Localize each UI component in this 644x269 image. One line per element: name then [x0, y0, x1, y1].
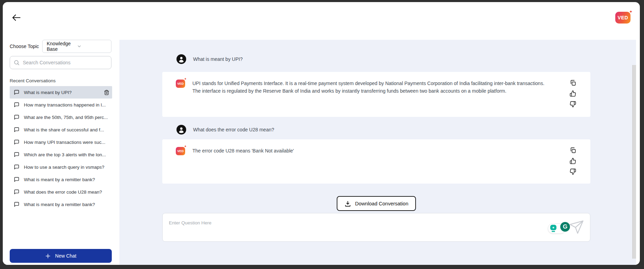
chat-bubble-icon: [14, 202, 19, 207]
chat-bubble-icon: [14, 114, 19, 120]
lightbulb-icon[interactable]: ✦: [550, 225, 557, 232]
bot-message-card: VED ✦ The error code U28 means 'Bank Not…: [162, 139, 590, 184]
conversation-label: What is meant by a remitter bank?: [24, 202, 109, 207]
sparkle-icon: ✦: [184, 145, 187, 148]
conversation-label: How many transactions happened in l...: [24, 102, 109, 108]
message-actions: [569, 146, 577, 175]
bot-message-text: The error code U28 means 'Bank Not avail…: [192, 147, 294, 155]
input-widgets: ✦ G: [548, 219, 588, 238]
conversation-label: How to use a search query in vsmaps?: [24, 165, 109, 170]
app-window: VED ✦ Choose Topic Knowledge Base: [3, 2, 640, 265]
thumbs-up-button[interactable]: [569, 90, 577, 97]
conversation-label: What is meant by a remitter bank?: [24, 177, 109, 182]
conversation-list-item[interactable]: What is meant by UPI?: [10, 86, 112, 99]
ved-logo-text: VED: [618, 15, 628, 20]
conversation-list-item[interactable]: Which are the top 3 alerts with the lon.…: [10, 148, 112, 161]
question-input-box: ✦ G: [162, 213, 590, 242]
conversation-list-item[interactable]: What does the error code U28 mean?: [10, 186, 112, 198]
chat-bubble-icon: [14, 152, 19, 157]
choose-topic-label: Choose Topic: [10, 44, 39, 49]
ved-logo-badge: VED: [615, 12, 631, 24]
conversation-label: What is the share of successful and f...: [24, 127, 109, 132]
chat-bubble-icon: [14, 102, 19, 108]
user-message-text: What is meant by UPI?: [193, 56, 243, 62]
conversation-label: What are the 50th, 75th, and 95th perc..…: [24, 115, 109, 120]
sparkle-icon: ✦: [629, 9, 633, 14]
user-message-row: What is meant by UPI?: [162, 54, 590, 64]
chat-panel: What is meant by UPI? VED ✦ UPI stands f…: [119, 40, 636, 265]
chat-thread: What is meant by UPI? VED ✦ UPI stands f…: [162, 40, 590, 242]
copy-button[interactable]: [569, 146, 577, 154]
thumbs-down-icon: [570, 168, 576, 175]
chat-bubble-icon: [14, 164, 19, 170]
chevron-down-icon: [77, 44, 107, 49]
plus-icon: [45, 253, 51, 259]
conversation-label: How many UPI transactions were suc...: [24, 140, 109, 145]
search-conversations-box: [10, 56, 111, 69]
download-conversation-label: Download Conversation: [355, 201, 408, 206]
bot-avatar-text: VED: [177, 82, 184, 85]
desktop-background: VED ✦ Choose Topic Knowledge Base: [0, 0, 644, 269]
conversation-label: Which are the top 3 alerts with the lon.…: [24, 152, 109, 157]
bot-message-text: UPI stands for Unified Payments Interfac…: [192, 80, 552, 95]
chat-bubble-icon: [14, 90, 19, 95]
copy-icon: [570, 80, 576, 86]
thumbs-up-icon: [570, 158, 576, 164]
download-wrap: Download Conversation: [162, 196, 590, 211]
copy-icon: [570, 147, 576, 154]
new-chat-label: New Chat: [55, 253, 76, 259]
conversation-list-item[interactable]: What is the share of successful and f...: [10, 123, 112, 136]
thumbs-up-icon: [570, 90, 576, 97]
search-conversations-input[interactable]: [23, 60, 108, 65]
grammarly-icon[interactable]: G: [560, 222, 570, 232]
new-chat-button[interactable]: New Chat: [10, 249, 112, 263]
conversation-list-item[interactable]: What is meant by a remitter bank?: [10, 198, 112, 211]
thumbs-down-button[interactable]: [569, 168, 577, 175]
back-button[interactable]: [12, 12, 24, 23]
user-avatar: [176, 54, 186, 64]
conversation-list-item[interactable]: How many UPI transactions were suc...: [10, 136, 112, 148]
bot-message-card: VED ✦ UPI stands for Unified Payments In…: [162, 72, 590, 117]
thumbs-up-button[interactable]: [569, 157, 577, 165]
bot-avatar: VED ✦: [176, 80, 185, 88]
message-actions: [569, 79, 577, 108]
conversation-list-item[interactable]: How many transactions happened in l...: [10, 99, 112, 111]
copy-button[interactable]: [569, 79, 577, 86]
thumbs-down-button[interactable]: [569, 100, 577, 108]
user-message-text: What does the error code U28 mean?: [193, 127, 274, 132]
question-input[interactable]: [163, 213, 590, 241]
conversation-label: What does the error code U28 mean?: [24, 189, 109, 195]
sparkle-icon: ✦: [184, 77, 187, 81]
user-message-row: What does the error code U28 mean?: [162, 125, 590, 134]
search-icon: [13, 59, 20, 66]
send-icon[interactable]: [568, 219, 584, 235]
back-arrow-icon: [12, 14, 24, 21]
ved-logo: VED ✦: [615, 10, 632, 24]
topic-row: Choose Topic Knowledge Base: [10, 40, 112, 53]
conversation-list-item[interactable]: How to use a search query in vsmaps?: [10, 161, 112, 173]
conversation-list-item[interactable]: What is meant by a remitter bank?: [10, 173, 112, 186]
thumbs-down-icon: [570, 101, 576, 108]
chat-bubble-icon: [14, 189, 19, 195]
sidebar: Choose Topic Knowledge Base Recent Conve…: [3, 35, 117, 265]
download-conversation-button[interactable]: Download Conversation: [337, 196, 416, 211]
conversation-list: What is meant by UPI? How many transacti…: [10, 86, 112, 211]
user-avatar: [176, 125, 186, 134]
bot-avatar-text: VED: [177, 149, 184, 153]
topic-dropdown-value: Knowledge Base: [47, 41, 77, 52]
chat-bubble-icon: [14, 139, 19, 145]
recent-conversations-heading: Recent Conversations: [10, 78, 56, 83]
conversation-list-item[interactable]: What are the 50th, 75th, and 95th perc..…: [10, 111, 112, 123]
download-icon: [344, 200, 351, 207]
delete-conversation-icon[interactable]: [104, 90, 109, 95]
topic-dropdown[interactable]: Knowledge Base: [42, 40, 111, 53]
vertical-scrollbar[interactable]: [632, 65, 636, 259]
bot-avatar: VED ✦: [176, 147, 185, 155]
chat-bubble-icon: [14, 177, 19, 182]
chat-bubble-icon: [14, 127, 19, 132]
conversation-label: What is meant by UPI?: [24, 90, 99, 95]
